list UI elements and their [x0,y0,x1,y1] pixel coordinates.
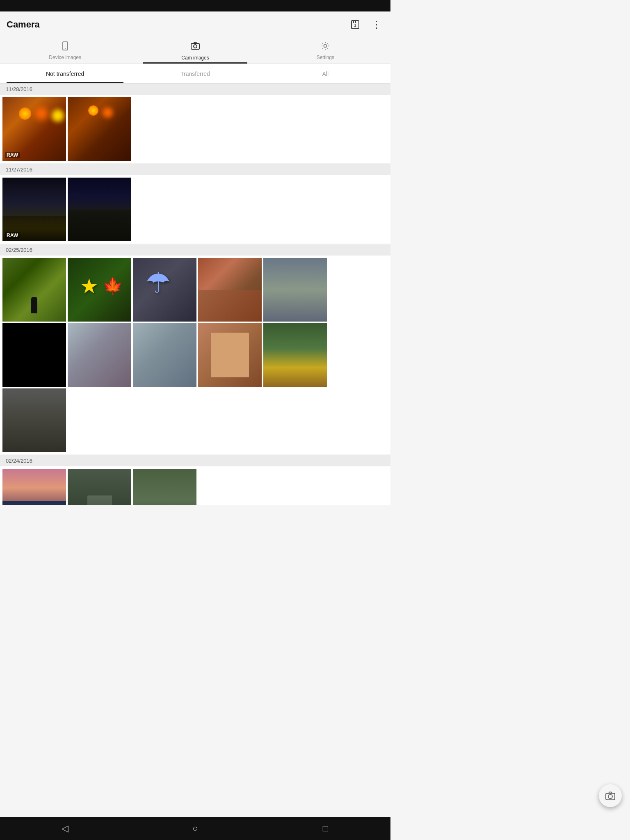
thumb-img-umbrella [133,258,196,322]
thumbnail[interactable] [133,323,196,387]
camera-tab-icon [190,41,200,53]
thumb-img-foliage [2,258,66,322]
thumbnail[interactable] [68,178,131,241]
svg-point-8 [324,44,327,47]
thumbnail[interactable]: RAW [2,178,66,241]
status-bar-top [0,0,390,11]
svg-point-7 [194,45,197,48]
thumb-img-dark-raw: RAW [2,178,66,241]
tab-bar: Device images Cam images Settings [0,38,390,64]
more-options-button[interactable]: ⋮ [369,17,384,32]
thumbnail[interactable] [133,469,196,505]
thumbnail[interactable] [2,388,66,452]
thumbnail[interactable] [198,258,262,322]
thumbnail[interactable] [68,258,131,322]
thumb-img-yellow [263,323,327,387]
date-header-20160224: 02/24/2016 [0,455,390,466]
date-header-20160225: 02/25/2016 [0,244,390,256]
thumbnail[interactable] [133,258,196,322]
section-20160224: 02/24/2016 [0,455,390,505]
header-actions: 1 ⋮ [348,17,384,32]
sub-tab-all[interactable]: All [260,64,390,83]
thumbnail[interactable] [2,323,66,387]
thumb-img-restaurant-raw: RAW [2,97,66,161]
sd-card-button[interactable]: 1 [348,17,363,32]
tab-device-images[interactable]: Device images [0,38,130,64]
thumbnail[interactable] [2,469,66,505]
thumbnail[interactable] [198,323,262,387]
image-grid-20160224 [0,466,390,505]
more-icon: ⋮ [372,19,381,30]
app-title: Camera [7,19,40,30]
date-header-20161127: 11/27/2016 [0,164,390,175]
tab-cam-images[interactable]: Cam images [130,38,260,64]
thumb-img-black1 [2,323,66,387]
tab-settings[interactable]: Settings [260,38,390,64]
thumb-img-restaurant2 [68,97,131,161]
thumbnail[interactable] [68,97,131,161]
thumb-img-dark-water [68,178,131,241]
tab-device-images-label: Device images [49,55,81,60]
raw-badge: RAW [5,232,20,239]
thumb-img-panorama2 [133,323,196,387]
sub-tab-not-transferred[interactable]: Not transferred [0,64,130,83]
date-header-20161128: 11/28/2016 [0,84,390,95]
thumbnail[interactable] [68,323,131,387]
content-area[interactable]: 11/28/2016 RAW 11/27/2016 RAW [0,84,390,505]
thumbnail[interactable] [263,323,327,387]
svg-point-5 [64,48,65,49]
thumb-img-city-skyline [263,258,327,322]
svg-rect-2 [355,21,356,23]
thumb-img-star [68,258,131,322]
thumb-img-panorama [68,323,131,387]
thumb-img-building [198,323,262,387]
tab-settings-label: Settings [317,55,334,60]
image-grid-20161128: RAW [0,95,390,163]
thumbnail[interactable]: RAW [2,97,66,161]
section-20160225: 02/25/2016 [0,244,390,454]
svg-text:1: 1 [354,23,356,27]
section-20161127: 11/27/2016 RAW [0,164,390,244]
thumb-img-cathedral [68,469,131,505]
section-20161128: 11/28/2016 RAW [0,84,390,163]
settings-icon [321,41,330,53]
sub-tab-bar: Not transferred Transferred All [0,64,390,84]
thumbnail[interactable] [68,469,131,505]
thumb-img-city-rooftops [198,258,262,322]
app-header: Camera 1 ⋮ [0,11,390,38]
raw-badge: RAW [5,152,20,158]
thumb-img-sunset [2,469,66,505]
thumb-img-alley [2,388,66,452]
thumbnail[interactable] [2,258,66,322]
image-grid-20160225 [0,256,390,454]
thumb-img-landscape [133,469,196,505]
tab-cam-images-label: Cam images [181,55,209,61]
phone-icon [61,41,70,53]
sub-tab-transferred[interactable]: Transferred [130,64,260,83]
thumbnail[interactable] [263,258,327,322]
svg-rect-1 [353,21,354,23]
image-grid-20161127: RAW [0,175,390,244]
